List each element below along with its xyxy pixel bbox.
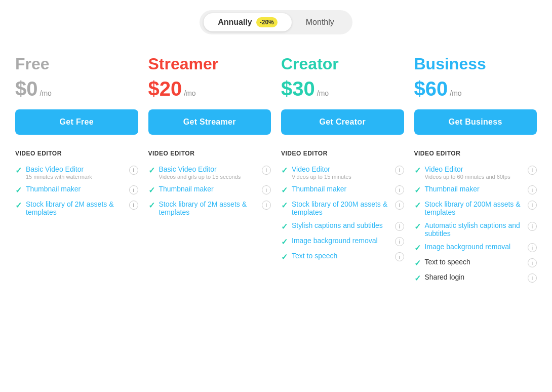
feature-text: Basic Video EditorVideos and gifs up to …: [159, 165, 258, 180]
section-title-business: VIDEO EDITOR: [414, 150, 537, 157]
get-streamer-button[interactable]: Get Streamer: [148, 109, 271, 135]
feature-text: Image background removal: [425, 243, 524, 251]
feature-sub-text: 15 minutes with watermark: [26, 174, 125, 180]
info-icon[interactable]: i: [395, 166, 404, 175]
feature-main-text: Stock library of 200M assets & templates: [425, 200, 521, 216]
feature-main-text: Image background removal: [292, 237, 378, 245]
feature-text: Basic Video Editor15 minutes with waterm…: [26, 165, 125, 180]
feature-sub-text: Videos up to 60 minutes and 60fps: [425, 174, 524, 180]
info-icon[interactable]: i: [528, 166, 537, 175]
info-icon[interactable]: i: [262, 185, 271, 194]
discount-badge: -20%: [256, 17, 278, 27]
checkmark-icon: ✓: [414, 258, 421, 268]
feature-list-creator: ✓Video EditorVideos up to 15 minutesi✓Th…: [281, 165, 404, 262]
info-icon[interactable]: i: [395, 222, 404, 231]
feature-main-text: Text to speech: [425, 258, 470, 266]
list-item: ✓Video EditorVideos up to 15 minutesi: [281, 165, 404, 180]
info-icon[interactable]: i: [395, 185, 404, 194]
section-title-creator: VIDEO EDITOR: [281, 150, 404, 157]
feature-text: Text to speech: [292, 252, 391, 260]
feature-text: Thumbnail maker: [159, 185, 258, 193]
list-item: ✓Thumbnail makeri: [148, 185, 271, 195]
plan-price-free: $0/mo: [15, 77, 138, 100]
feature-text: Image background removal: [292, 237, 391, 245]
list-item: ✓Thumbnail makeri: [414, 185, 537, 195]
info-icon[interactable]: i: [395, 237, 404, 246]
list-item: ✓Stock library of 200M assets & template…: [414, 200, 537, 216]
toggle-monthly[interactable]: Monthly: [292, 14, 348, 31]
info-icon[interactable]: i: [528, 222, 537, 231]
list-item: ✓Basic Video Editor15 minutes with water…: [15, 165, 138, 180]
list-item: ✓Text to speechi: [281, 252, 404, 262]
feature-main-text: Stylish captions and subtitles: [292, 221, 383, 229]
feature-main-text: Stock library of 2M assets & templates: [159, 200, 247, 216]
checkmark-icon: ✓: [281, 252, 288, 262]
list-item: ✓Video EditorVideos up to 60 minutes and…: [414, 165, 537, 180]
info-icon[interactable]: i: [528, 243, 537, 252]
list-item: ✓Stock library of 200M assets & template…: [281, 200, 404, 216]
info-icon[interactable]: i: [528, 185, 537, 194]
info-icon[interactable]: i: [528, 273, 537, 283]
feature-main-text: Video Editor: [292, 165, 330, 173]
toggle-container: Annually -20% Monthly: [200, 10, 352, 34]
info-icon[interactable]: i: [129, 201, 138, 210]
info-icon[interactable]: i: [262, 166, 271, 175]
plan-col-streamer: Streamer$20/moGet StreamerVIDEO EDITOR✓B…: [148, 55, 271, 283]
plan-name-business: Business: [414, 55, 537, 73]
feature-text: Stock library of 200M assets & templates: [292, 200, 391, 216]
plan-price-business: $60/mo: [414, 77, 537, 100]
checkmark-icon: ✓: [414, 201, 421, 210]
plan-name-creator: Creator: [281, 55, 404, 73]
feature-main-text: Thumbnail maker: [26, 185, 81, 193]
annually-label: Annually: [218, 18, 252, 27]
feature-main-text: Thumbnail maker: [292, 185, 346, 193]
list-item: ✓Image background removali: [414, 243, 537, 253]
info-icon[interactable]: i: [129, 166, 138, 175]
checkmark-icon: ✓: [414, 166, 421, 175]
info-icon[interactable]: i: [395, 252, 404, 261]
feature-main-text: Thumbnail maker: [425, 185, 480, 193]
billing-toggle: Annually -20% Monthly: [15, 10, 537, 34]
checkmark-icon: ✓: [148, 185, 155, 195]
feature-text: Stock library of 200M assets & templates: [425, 200, 524, 216]
feature-main-text: Basic Video Editor: [159, 165, 217, 173]
checkmark-icon: ✓: [414, 273, 421, 283]
checkmark-icon: ✓: [281, 166, 288, 175]
get-free-button[interactable]: Get Free: [15, 109, 138, 135]
list-item: ✓Text to speechi: [414, 258, 537, 268]
section-title-streamer: VIDEO EDITOR: [148, 150, 271, 157]
price-mo-streamer: /mo: [184, 89, 195, 97]
plan-name-free: Free: [15, 55, 138, 73]
pricing-grid: Free$0/moGet FreeVIDEO EDITOR✓Basic Vide…: [15, 55, 537, 283]
plan-col-creator: Creator$30/moGet CreatorVIDEO EDITOR✓Vid…: [281, 55, 404, 283]
plan-price-streamer: $20/mo: [148, 77, 271, 100]
info-icon[interactable]: i: [262, 201, 271, 210]
price-amount-creator: $30: [281, 77, 315, 100]
feature-text: Automatic stylish captions and subtitles: [425, 221, 524, 238]
checkmark-icon: ✓: [414, 222, 421, 231]
info-icon[interactable]: i: [129, 185, 138, 194]
list-item: ✓Thumbnail makeri: [15, 185, 138, 195]
feature-main-text: Video Editor: [425, 165, 463, 173]
plan-col-business: Business$60/moGet BusinessVIDEO EDITOR✓V…: [414, 55, 537, 283]
get-creator-button[interactable]: Get Creator: [281, 109, 404, 135]
list-item: ✓Stock library of 2M assets & templatesi: [148, 200, 271, 216]
checkmark-icon: ✓: [148, 201, 155, 210]
list-item: ✓Stylish captions and subtitlesi: [281, 221, 404, 231]
feature-list-business: ✓Video EditorVideos up to 60 minutes and…: [414, 165, 537, 283]
info-icon[interactable]: i: [395, 201, 404, 210]
feature-text: Thumbnail maker: [292, 185, 391, 193]
get-business-button[interactable]: Get Business: [414, 109, 537, 135]
feature-main-text: Image background removal: [425, 243, 511, 251]
feature-main-text: Stock library of 200M assets & templates: [292, 200, 387, 216]
list-item: ✓Thumbnail makeri: [281, 185, 404, 195]
price-amount-free: $0: [15, 77, 38, 100]
info-icon[interactable]: i: [528, 201, 537, 210]
feature-text: Stylish captions and subtitles: [292, 221, 391, 229]
feature-main-text: Stock library of 2M assets & templates: [26, 200, 114, 216]
feature-main-text: Automatic stylish captions and subtitles: [425, 221, 520, 238]
monthly-label: Monthly: [306, 18, 334, 27]
info-icon[interactable]: i: [528, 258, 537, 267]
toggle-annually[interactable]: Annually -20%: [204, 13, 292, 31]
checkmark-icon: ✓: [281, 185, 288, 195]
